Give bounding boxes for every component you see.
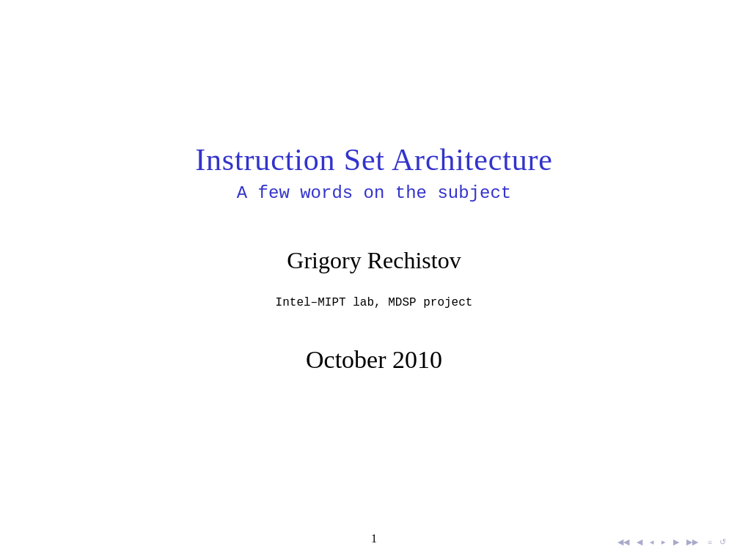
nav-first-icon[interactable]: ◀◀ bbox=[617, 537, 629, 547]
nav-sep-6 bbox=[702, 538, 704, 547]
slide-subtitle: A few words on the subject bbox=[237, 183, 511, 203]
date-text: October 2010 bbox=[306, 346, 442, 374]
nav-controls[interactable]: ◀◀ ◀ ◂ ▸ ▶ ▶▶ ≡ ↺ bbox=[617, 537, 726, 547]
nav-section-next-icon[interactable]: ▸ bbox=[661, 537, 666, 547]
nav-menu-icon[interactable]: ≡ bbox=[708, 538, 712, 547]
nav-last-icon[interactable]: ▶▶ bbox=[686, 537, 698, 547]
content-area: Instruction Set Architecture A few words… bbox=[0, 142, 748, 374]
affiliation-text: Intel–MIPT lab, MDSP project bbox=[276, 296, 473, 309]
slide-title: Instruction Set Architecture bbox=[195, 142, 553, 177]
nav-next-icon[interactable]: ▶ bbox=[673, 537, 679, 547]
nav-zoom-icon[interactable]: ↺ bbox=[719, 537, 726, 547]
author-name: Grigory Rechistov bbox=[287, 247, 461, 274]
nav-section-prev-icon[interactable]: ◂ bbox=[650, 537, 654, 547]
page-number: 1 bbox=[371, 532, 377, 545]
slide-container: Instruction Set Architecture A few words… bbox=[0, 0, 748, 560]
nav-prev-icon[interactable]: ◀ bbox=[637, 537, 642, 547]
